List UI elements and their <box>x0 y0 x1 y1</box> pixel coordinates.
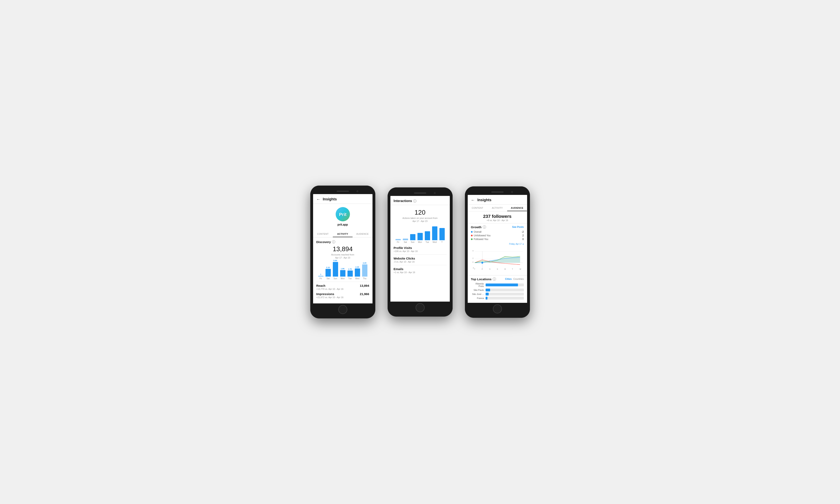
svg-text:T: T <box>512 268 513 270</box>
locations-info-icon[interactable]: i <box>493 277 496 281</box>
int-bar-tue-label: Tue <box>426 241 429 243</box>
growth-overall: Overall -2 <box>471 230 524 234</box>
bar-thu-label: Thu <box>363 277 366 280</box>
location-saojose-bar <box>486 293 488 295</box>
followers-count: 237 followers <box>471 214 524 219</box>
reach-label: Reach <box>316 284 326 287</box>
int-bar-mon-label: Mon <box>418 241 422 243</box>
int-bar-mon: Mon <box>416 233 424 243</box>
bar-mon-label: Mon <box>341 277 345 280</box>
tab-content[interactable]: CONTENT <box>313 231 333 237</box>
emails-sub: +1 vs. Apr 10 - Apr 16 <box>394 271 447 273</box>
tab-audience-3[interactable]: AUDIENCE <box>507 205 527 211</box>
website-clicks-row: Website Clicks -3 vs. Apr 10 - Apr 16 <box>394 255 447 265</box>
home-button[interactable] <box>338 305 347 314</box>
int-bar-mon-bar <box>417 233 423 240</box>
location-saojose-bar-bg <box>486 293 524 295</box>
location-saopaulo-name: São Paulo <box>471 289 486 291</box>
int-bar-sat-bar <box>403 239 408 240</box>
followers-block: 237 followers +8 vs. Apr 10 - Apr 16 <box>468 211 527 223</box>
phone-3-header: ← Insights <box>468 195 527 205</box>
impressions-row: Impressions 21,966 <box>316 292 369 296</box>
bar-wed-value: 2.2K <box>355 266 359 268</box>
location-saojose-name: São José ... <box>471 293 486 295</box>
avatar: Prit <box>336 207 350 221</box>
impressions-sub: +21,672 vs. Apr 10 - Apr 16 <box>316 296 369 299</box>
int-bar-sun-label: Sun <box>411 241 415 243</box>
interactions-info-icon[interactable]: i <box>413 199 416 203</box>
reach-value: 13,894 <box>360 284 369 287</box>
growth-chart-svg: 4 2 0 -2 <box>471 247 524 271</box>
tab-activity[interactable]: ACTIVITY <box>333 231 353 237</box>
int-bar-fri-label: Fri <box>397 241 399 243</box>
growth-label-text: Growth <box>471 226 482 229</box>
tabs-phone-3: CONTENT ACTIVITY AUDIENCE <box>468 205 527 211</box>
home-button-3[interactable] <box>493 304 502 313</box>
int-bar-wed-bar <box>432 227 438 240</box>
interactions-chart: Fri Sat Sun Mon <box>394 225 447 243</box>
growth-followed: Followed You 0 <box>471 237 524 241</box>
int-bar-fri-bar <box>395 239 401 240</box>
location-saopaulo-bar-bg <box>486 289 524 291</box>
back-button[interactable]: ← <box>316 197 321 202</box>
unfollowed-label: Unfollowed You <box>474 234 491 237</box>
camera-icon <box>357 191 358 192</box>
chart-date-label: Friday, Apr 17 <box>509 243 521 245</box>
interactions-label: Interactions <box>394 199 412 203</box>
location-franca-name: Franca <box>471 297 486 299</box>
bar-mon-bar <box>340 270 345 276</box>
svg-text:W: W <box>519 268 521 270</box>
bar-thu-value: 4.2K <box>363 262 366 264</box>
page-title-3: Insights <box>478 198 492 202</box>
camera-icon-2 <box>434 192 435 194</box>
location-saopaulo: São Paulo <box>471 289 524 291</box>
int-bar-t-bar <box>440 228 445 240</box>
interactions-title: Interactions i <box>394 199 447 203</box>
int-bar-fri: Fri <box>394 239 402 243</box>
tab-activity-3[interactable]: ACTIVITY <box>487 205 507 211</box>
bar-tue-label: Tue <box>348 277 352 280</box>
phone-3-screen: ← Insights CONTENT ACTIVITY AUDIENCE 237… <box>468 195 527 303</box>
home-button-2[interactable] <box>416 303 425 312</box>
reach-sub: +13,770 vs. Apr 10 - Apr 16 <box>316 288 369 290</box>
tab-content-3[interactable]: CONTENT <box>468 205 487 211</box>
bar-wed-label: Wed <box>355 277 359 280</box>
countries-toggle[interactable]: Countries <box>513 277 524 281</box>
unfollowed-dot <box>471 235 473 236</box>
locations-header: Top Locations i Cities Countries <box>471 277 524 281</box>
int-bar-tue: Tue <box>424 231 431 243</box>
bar-sat-label: Sat <box>327 277 329 280</box>
interactions-content: 120 Actions taken on your account fromAp… <box>390 205 450 279</box>
svg-text:T: T <box>474 268 475 270</box>
back-button-3[interactable]: ← <box>471 198 475 202</box>
tabs-phone-1: CONTENT ACTIVITY AUDIENCE <box>313 231 373 237</box>
discovery-section: Discovery i 13,894 Accounts reached from… <box>313 237 373 304</box>
info-icon[interactable]: i <box>332 240 335 244</box>
svg-text:0: 0 <box>473 261 474 263</box>
tab-audience[interactable]: AUDIENCE <box>353 231 372 237</box>
growth-label: Growth i <box>471 226 486 229</box>
bar-fri-value: 1 <box>320 273 321 275</box>
chart-dot <box>481 262 483 264</box>
bar-fri-label: Fri <box>320 277 322 280</box>
growth-section: Growth i See Posts Overall -2 <box>468 223 527 275</box>
followers-sub: +8 vs. Apr 10 - Apr 16 <box>471 219 524 221</box>
profile-section: Prit prit.app <box>313 204 373 231</box>
impressions-value: 21,966 <box>360 292 369 296</box>
bar-sat-value: 2.1K <box>326 266 330 268</box>
svg-text:-2: -2 <box>473 267 474 269</box>
overall-label: Overall <box>474 231 482 233</box>
location-ribeirao-name: Ribeirão Preto <box>471 283 486 287</box>
speaker <box>337 191 349 192</box>
bar-thu: 4.2K Thu <box>361 262 368 280</box>
website-clicks-sub: -3 vs. Apr 10 - Apr 16 <box>394 260 447 263</box>
location-saopaulo-bar <box>486 289 490 291</box>
growth-header: Growth i See Posts <box>471 226 524 229</box>
growth-info-icon[interactable]: i <box>483 226 486 229</box>
followed-label: Followed You <box>474 238 488 240</box>
see-posts-link[interactable]: See Posts <box>512 226 524 229</box>
cities-toggle[interactable]: Cities <box>505 277 512 281</box>
svg-text:F: F <box>482 268 483 270</box>
svg-text:S: S <box>497 268 498 270</box>
int-bar-wed-label: Wed <box>432 241 436 243</box>
